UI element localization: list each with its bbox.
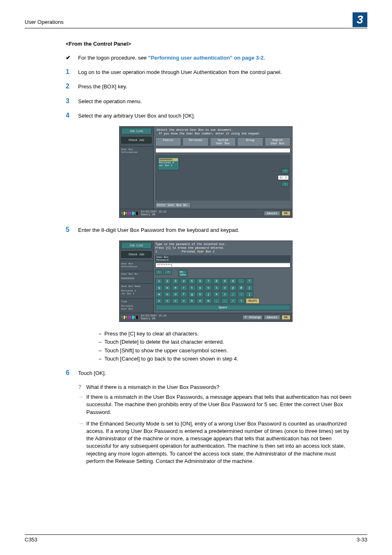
kb-key[interactable]: u — [205, 285, 212, 291]
step-6: Touch [OK]. — [78, 370, 353, 377]
password-input[interactable]: ********| — [155, 263, 291, 268]
datetime-memory: 04/03/2007 16:52 Memory 0% — [141, 210, 263, 216]
kb-key[interactable]: z — [155, 298, 163, 304]
userbox-no-value: 000000001 — [120, 277, 153, 282]
note-item: Touch [Shift] to show the upper case/sym… — [99, 347, 353, 354]
kb-key[interactable]: f — [180, 291, 187, 297]
kb-key[interactable]: @ — [238, 285, 245, 291]
kb-key[interactable]: 4 — [180, 278, 187, 284]
tab-group[interactable]: Group — [237, 137, 263, 146]
kb-key[interactable]: a — [155, 291, 163, 297]
delete-button[interactable]: De- lete — [178, 270, 187, 277]
arrow-left-icon[interactable]: ← — [155, 270, 163, 275]
ok-button[interactable]: OK — [281, 315, 291, 320]
step-4: Select the any arbitrary User Box and to… — [78, 112, 353, 120]
toner-levels: Y M C K — [121, 316, 138, 319]
page-up-icon[interactable]: ↑ — [281, 169, 289, 173]
kb-key[interactable]: s — [164, 291, 171, 297]
check-job-button[interactable]: Check Job — [121, 137, 152, 143]
checkmark-icon: ✔ — [66, 54, 78, 61]
ok-button[interactable]: OK — [281, 211, 291, 216]
tab-search[interactable]: Search User Box — [265, 137, 291, 146]
kb-key[interactable]: i — [213, 285, 220, 291]
page-down-icon[interactable]: ↓ — [281, 182, 289, 187]
check-job-button[interactable]: Check Job — [121, 251, 152, 258]
space-button[interactable]: Space — [155, 305, 291, 310]
job-list-button[interactable]: Job List — [121, 242, 152, 249]
kb-key[interactable]: q — [155, 285, 163, 291]
kb-key[interactable]: 7 — [205, 278, 212, 284]
kb-key[interactable]: ^ — [246, 278, 253, 284]
kb-key[interactable]: c — [172, 298, 179, 304]
enter-userbox-button[interactable]: Enter User Box No. — [155, 202, 191, 208]
userbox-type-label: Type — [120, 298, 153, 304]
step-num-5: 5 — [66, 226, 78, 234]
chapter-number: 3 — [353, 12, 367, 27]
kb-key[interactable]: 9 — [221, 278, 228, 284]
kb-key[interactable]: y — [196, 285, 204, 291]
footer-page: 3-33 — [357, 536, 367, 543]
kb-key[interactable]: w — [164, 285, 171, 291]
datetime-memory: 04/03/2007 16:54 Memory 0% — [141, 314, 241, 320]
arrow-right-icon: → — [78, 420, 86, 427]
footer-model: C353 — [25, 536, 37, 543]
tab-system[interactable]: System User Box — [210, 137, 236, 146]
kb-key[interactable]: - — [238, 278, 245, 284]
cancel-button[interactable]: Cancel — [264, 315, 280, 320]
step-2: Press the [BOX] key. — [78, 83, 353, 90]
kb-key[interactable]: b — [188, 298, 196, 304]
kb-key[interactable]: 5 — [188, 278, 196, 284]
kb-key[interactable]: 6 — [196, 278, 204, 284]
kb-key[interactable]: 2 — [164, 278, 171, 284]
kb-key[interactable]: 0 — [229, 278, 237, 284]
kb-key[interactable]: g — [188, 291, 196, 297]
kb-key[interactable]: : — [238, 291, 245, 297]
userbox-info-label: User Box Information — [120, 261, 153, 269]
kb-key[interactable]: j — [205, 291, 212, 297]
kb-key[interactable]: , — [213, 298, 220, 304]
kb-key[interactable]: l — [221, 291, 228, 297]
kb-key[interactable]: p — [229, 285, 237, 291]
step-num-3: 3 — [66, 97, 78, 105]
qa-answer-1: If there is a mismatch in the User Box P… — [86, 393, 353, 416]
kb-key[interactable]: v — [180, 298, 187, 304]
tab-personal[interactable]: Personal — [182, 137, 208, 146]
kb-key[interactable]: ] — [246, 291, 253, 297]
kb-key[interactable]: . — [221, 298, 228, 304]
kb-key[interactable]: r — [180, 285, 187, 291]
check-line: For the logon procedure, see "Performing… — [78, 54, 353, 62]
kb-key[interactable]: ; — [229, 291, 237, 297]
kb-key[interactable]: e — [172, 285, 179, 291]
step-num-1: 1 — [66, 68, 78, 76]
kb-key[interactable]: [ — [246, 285, 253, 291]
screenshot-password-keyboard: Job List Check Job User Box Information … — [119, 240, 293, 322]
cancel-button[interactable]: Cancel — [264, 211, 280, 216]
step-1: Log on to the user operation mode throug… — [78, 69, 353, 76]
qa-question: What if there is a mismatch in the User … — [86, 384, 353, 391]
kb-key[interactable]: 8 — [213, 278, 220, 284]
kb-key[interactable]: x — [164, 298, 171, 304]
userbox-no-label: User Box No. — [120, 271, 153, 277]
auth-link[interactable]: "Performing user authentication" on page… — [148, 55, 264, 61]
kb-key[interactable]: \ — [238, 298, 245, 304]
tab-public[interactable]: Public — [155, 137, 181, 146]
kb-key[interactable]: h — [196, 291, 204, 297]
userbox-number-input[interactable] — [155, 148, 291, 153]
note-item: Touch [Delete] to delete the last charac… — [99, 338, 353, 346]
kb-key[interactable]: 3 — [172, 278, 179, 284]
shift-button[interactable]: Shift — [246, 298, 260, 304]
kb-key[interactable]: o — [221, 285, 228, 291]
userbox-type-value: Personal User Box — [120, 304, 153, 312]
kb-key[interactable]: n — [196, 298, 204, 304]
toner-levels: Y M C K — [121, 212, 138, 215]
kb-key[interactable]: d — [172, 291, 179, 297]
arrow-right-icon[interactable]: → — [164, 270, 172, 275]
kb-key[interactable]: m — [205, 298, 212, 304]
kb-key[interactable]: k — [213, 291, 220, 297]
kb-key[interactable]: t — [188, 285, 196, 291]
kb-key[interactable]: 1 — [155, 278, 163, 284]
kb-key[interactable]: / — [229, 298, 237, 304]
job-list-button[interactable]: Job List — [121, 128, 152, 134]
userbox-item[interactable]: 000000001 Personal U ser Box 1 — [158, 157, 179, 170]
enlarge-button[interactable]: 🔍 Enlarge — [242, 315, 263, 320]
